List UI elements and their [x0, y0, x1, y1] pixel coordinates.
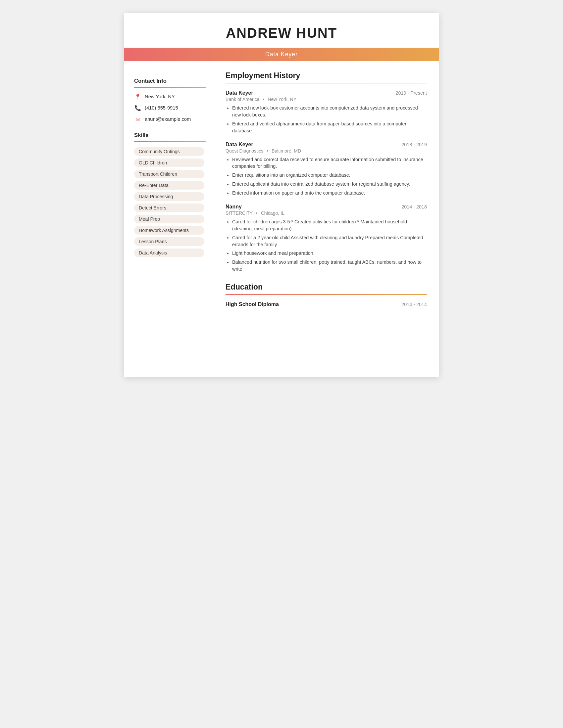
- resume-document: ANDREW HUNT Data Keyer Contact Info 📍 Ne…: [124, 13, 439, 377]
- skills-divider: [134, 141, 206, 142]
- candidate-name: ANDREW HUNT: [131, 25, 432, 41]
- skill-lesson-plans: Lesson Plans: [134, 237, 204, 246]
- job-2-header: Data Keyer 2018 - 2019: [225, 142, 427, 148]
- job-3-location: Chicago, IL: [261, 210, 285, 216]
- job-1-bullet-2: Entered and verified alphanumeric data f…: [232, 120, 427, 134]
- contact-location-value: New York, NY: [145, 94, 175, 99]
- candidate-title: Data Keyer: [265, 51, 298, 58]
- job-1-title: Data Keyer: [225, 90, 253, 96]
- skill-community-outings: Community Outings: [134, 147, 204, 156]
- job-2-bullet-2: Enter requisitions into an organized com…: [232, 172, 427, 179]
- contact-email: ✉ ahunt@example.com: [134, 115, 206, 123]
- job-2-company: Quest Diagnostics: [225, 148, 263, 154]
- job-1-bullet-1: Entered new lock-box customer accounts i…: [232, 105, 427, 118]
- contact-phone: 📞 (410) 555-9915: [134, 104, 206, 112]
- education-divider: [225, 294, 427, 295]
- job-3-bullets: Cared for children ages 3-5 * Created ac…: [225, 218, 427, 273]
- skill-transport-children: Transport Children: [134, 170, 204, 178]
- edu-1-degree: High School Diploma: [225, 301, 279, 307]
- job-2: Data Keyer 2018 - 2019 Quest Diagnostics…: [225, 142, 427, 197]
- email-icon: ✉: [134, 115, 141, 123]
- job-2-bullets: Reviewed and correct data received to en…: [225, 156, 427, 197]
- skills-list: Community Outings OLD Children Transport…: [134, 147, 206, 260]
- skill-data-analysis: Data Analysis: [134, 249, 204, 257]
- resume-body: Contact Info 📍 New York, NY 📞 (410) 555-…: [124, 61, 439, 317]
- job-3-bullet-2: Cared for a 2 year-old child Assisted wi…: [232, 234, 427, 248]
- contact-location: 📍 New York, NY: [134, 93, 206, 100]
- education-section-title: Education: [225, 283, 427, 292]
- job-2-bullet-4: Entered information on paper and onto th…: [232, 190, 427, 197]
- job-3: Nanny 2014 - 2018 SITTERCITY • Chicago, …: [225, 204, 427, 273]
- job-2-bullet-3: Entered applicant data into centralized …: [232, 181, 427, 188]
- job-1-company: Bank of America: [225, 97, 259, 102]
- title-bar: Data Keyer: [124, 48, 439, 61]
- job-3-bullet-3: Light housework and meal preparation.: [232, 250, 427, 257]
- job-3-bullet-1: Cared for children ages 3-5 * Created ac…: [232, 218, 427, 232]
- job-2-location: Baltimore, MD: [271, 148, 301, 154]
- phone-icon: 📞: [134, 104, 141, 112]
- skill-detect-errors: Detect Errors: [134, 204, 204, 212]
- job-2-date: 2018 - 2019: [401, 142, 427, 147]
- job-2-meta: Quest Diagnostics • Baltimore, MD: [225, 148, 427, 154]
- contact-divider: [134, 87, 206, 88]
- resume-header: ANDREW HUNT: [124, 13, 439, 44]
- job-1-location: New York, NY: [267, 97, 297, 102]
- job-1-date: 2019 - Present: [396, 90, 427, 96]
- employment-section-title: Employment History: [225, 71, 427, 80]
- job-1-meta: Bank of America • New York, NY: [225, 97, 427, 102]
- skill-meal-prep: Meal Prep: [134, 215, 204, 223]
- job-1: Data Keyer 2019 - Present Bank of Americ…: [225, 90, 427, 134]
- skill-old-children: OLD Children: [134, 159, 204, 167]
- job-3-company: SITTERCITY: [225, 210, 253, 216]
- skills-section-title: Skills: [134, 132, 206, 139]
- location-icon: 📍: [134, 93, 141, 100]
- job-3-title: Nanny: [225, 204, 242, 210]
- skill-re-enter-data: Re-Enter Data: [134, 181, 204, 190]
- job-1-bullets: Entered new lock-box customer accounts i…: [225, 105, 427, 134]
- contact-email-value: ahunt@example.com: [145, 116, 191, 122]
- job-1-header: Data Keyer 2019 - Present: [225, 90, 427, 96]
- edu-1-date: 2014 - 2014: [401, 302, 427, 307]
- job-3-header: Nanny 2014 - 2018: [225, 204, 427, 210]
- sidebar: Contact Info 📍 New York, NY 📞 (410) 555-…: [124, 61, 213, 317]
- job-3-date: 2014 - 2018: [401, 204, 427, 209]
- main-content: Employment History Data Keyer 2019 - Pre…: [213, 61, 439, 317]
- edu-1: High School Diploma 2014 - 2014: [225, 301, 427, 307]
- skill-homework-assignments: Homework Assignments: [134, 226, 204, 235]
- contact-section-title: Contact Info: [134, 78, 206, 84]
- job-3-meta: SITTERCITY • Chicago, IL: [225, 210, 427, 216]
- job-2-bullet-1: Reviewed and correct data received to en…: [232, 156, 427, 170]
- skill-data-processing: Data Processing: [134, 192, 204, 201]
- job-2-title: Data Keyer: [225, 142, 253, 148]
- job-3-bullet-4: Balanced nutrition for two small childre…: [232, 259, 427, 273]
- employment-divider: [225, 83, 427, 83]
- contact-phone-value: (410) 555-9915: [145, 105, 178, 111]
